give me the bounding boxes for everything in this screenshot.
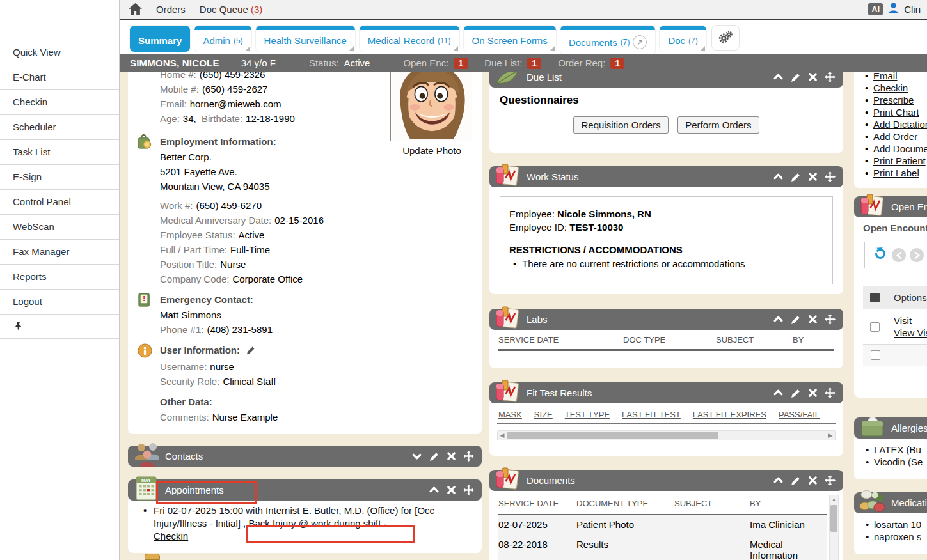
fit-col-mask[interactable]: MASK [498, 410, 522, 419]
allergy-item[interactable]: Vicodin (Se [864, 456, 927, 468]
move-panel-icon[interactable] [463, 485, 474, 495]
sidebar-item-checkin[interactable]: Checkin [0, 89, 119, 114]
sidebar-pin-button[interactable] [0, 314, 119, 339]
scrollbar-thumb[interactable] [507, 432, 718, 439]
nav-doc-queue[interactable]: Doc Queue (3) [200, 4, 262, 15]
open-encounters-panel-header[interactable]: Open Encounters [854, 196, 927, 217]
scrollbar-thumb[interactable] [830, 505, 837, 532]
perform-orders-button[interactable]: Perform Orders [677, 116, 759, 134]
tab-documents[interactable]: Documents (7) [560, 26, 656, 55]
close-panel-icon[interactable] [447, 451, 456, 461]
due-list-panel-header[interactable]: Due List [489, 72, 843, 88]
action-add-dictation-link[interactable]: Add Dictation [873, 119, 927, 130]
tab-doc[interactable]: Doc (7) [660, 26, 706, 52]
medications-panel-header[interactable]: Medications [854, 492, 927, 513]
fit-col-pass-fail[interactable]: PASS/FAIL [779, 410, 820, 419]
collapse-panel-icon[interactable] [773, 475, 784, 486]
visit-link[interactable]: Visit [894, 315, 912, 326]
sidebar-item-e-chart[interactable]: E-Chart [0, 65, 119, 89]
collapse-panel-icon[interactable] [773, 72, 784, 82]
sidebar-item-task-list[interactable]: Task List [0, 139, 119, 164]
edit-panel-icon[interactable] [791, 172, 801, 182]
move-panel-icon[interactable] [825, 314, 836, 325]
sidebar-item-scheduler[interactable]: Scheduler [0, 114, 119, 139]
work-status-panel-header[interactable]: Work Status [489, 166, 843, 187]
action-print-chart-link[interactable]: Print Chart [873, 107, 919, 118]
due-list-count-badge[interactable]: 1 [527, 58, 541, 69]
labs-panel-header[interactable]: Labs [489, 309, 843, 330]
collapse-panel-icon[interactable] [773, 171, 784, 182]
tab-summary[interactable]: Summary [130, 26, 190, 52]
scroll-left-arrow[interactable]: ◀ [498, 431, 507, 440]
move-panel-icon[interactable] [825, 387, 836, 398]
edit-panel-icon[interactable] [429, 451, 440, 462]
tab-medical-record[interactable]: Medical Record (11) [360, 26, 459, 52]
labs-col-subject[interactable]: SUBJECT [716, 335, 793, 345]
edit-user-info-icon[interactable] [246, 346, 255, 357]
ai-badge[interactable]: AI [868, 3, 883, 15]
tab-settings-button[interactable] [712, 26, 739, 50]
refresh-icon[interactable] [873, 246, 888, 264]
action-add-document-link[interactable]: Add Document [873, 143, 927, 154]
labs-col-by[interactable]: BY [793, 335, 831, 345]
sidebar-item-logout[interactable]: Logout [0, 289, 119, 314]
horizontal-scrollbar[interactable]: ◀ ▶ [497, 430, 836, 440]
tab-health-surveillance[interactable]: Health Surveillance [256, 26, 355, 52]
document-row[interactable]: 02-07-2025 Patient Photo Ima Clinician [498, 515, 827, 534]
action-print-label-link[interactable]: Print Label [873, 167, 919, 178]
appointment-checkin-link[interactable]: Checkin [154, 531, 188, 541]
update-photo-link[interactable]: Update Photo [402, 145, 461, 156]
fit-test-panel-header[interactable]: Fit Test Results [489, 382, 843, 403]
sidebar-item-control-panel[interactable]: Control Panel [0, 189, 119, 214]
fit-col-last-fit-expires[interactable]: LAST FIT EXPIRES [693, 410, 766, 419]
allergies-panel-header[interactable]: Allergies [854, 417, 927, 439]
select-all-checkbox[interactable] [870, 293, 880, 302]
current-user[interactable]: Clin [904, 4, 921, 15]
scroll-right-arrow[interactable]: ▶ [826, 431, 835, 440]
prev-encounter-button[interactable] [892, 248, 906, 262]
expand-panel-icon[interactable] [411, 451, 422, 462]
collapse-panel-icon[interactable] [773, 314, 784, 325]
close-panel-icon[interactable] [447, 485, 456, 495]
sidebar-item-quick-view[interactable]: Quick View [0, 40, 119, 65]
close-panel-icon[interactable] [808, 172, 818, 182]
action-print-patient-link[interactable]: Print Patient [873, 155, 926, 166]
medication-item[interactable]: losartan 10 [864, 518, 927, 531]
edit-panel-icon[interactable] [791, 315, 801, 325]
fit-col-size[interactable]: SIZE [534, 410, 553, 419]
docs-col-by[interactable]: BY [750, 499, 807, 508]
view-visit-link[interactable]: View Visit [894, 327, 927, 338]
move-panel-icon[interactable] [825, 171, 836, 182]
medication-item[interactable]: naproxen s [864, 531, 927, 543]
action-email-link[interactable]: Email [873, 72, 898, 81]
labs-col-service-date[interactable]: SERVICE DATE [498, 335, 623, 345]
tab-admin[interactable]: Admin (5) [194, 26, 251, 52]
row-checkbox[interactable] [871, 350, 880, 360]
appointment-datetime-link[interactable]: Fri 02-07-2025 15:00 [154, 505, 243, 516]
edit-panel-icon[interactable] [791, 476, 801, 486]
appointments-panel-header[interactable]: MAY Appointments [128, 479, 482, 501]
sidebar-item-fax-manager[interactable]: Fax Manager [0, 239, 119, 264]
document-row[interactable]: 08-22-2018 Results Medical Information [498, 534, 827, 560]
sidebar-item-webscan[interactable]: WebScan [0, 214, 119, 239]
contacts-panel-header[interactable]: Contacts [128, 446, 482, 467]
move-panel-icon[interactable] [463, 451, 474, 462]
docs-col-service-date[interactable]: SERVICE DATE [498, 499, 576, 508]
close-panel-icon[interactable] [808, 476, 818, 485]
tab-on-screen-forms[interactable]: On Screen Forms [464, 26, 556, 52]
vertical-scrollbar[interactable]: ▲ [829, 495, 839, 560]
edit-panel-icon[interactable] [791, 72, 801, 82]
home-icon[interactable] [129, 3, 142, 15]
docs-col-subject[interactable]: SUBJECT [674, 499, 750, 508]
move-panel-icon[interactable] [825, 72, 836, 82]
collapse-panel-icon[interactable] [429, 485, 440, 495]
sidebar-item-e-sign[interactable]: E-Sign [0, 164, 119, 189]
scroll-up-arrow[interactable]: ▲ [830, 495, 838, 504]
close-panel-icon[interactable] [808, 72, 818, 82]
action-add-order-link[interactable]: Add Order [873, 131, 917, 142]
edit-panel-icon[interactable] [791, 388, 801, 398]
action-prescribe-link[interactable]: Prescribe [873, 95, 914, 105]
fit-col-last-fit-test[interactable]: LAST FIT TEST [622, 410, 681, 419]
allergy-item[interactable]: LATEX (Bu [864, 444, 927, 456]
fit-col-test-type[interactable]: TEST TYPE [565, 410, 610, 419]
